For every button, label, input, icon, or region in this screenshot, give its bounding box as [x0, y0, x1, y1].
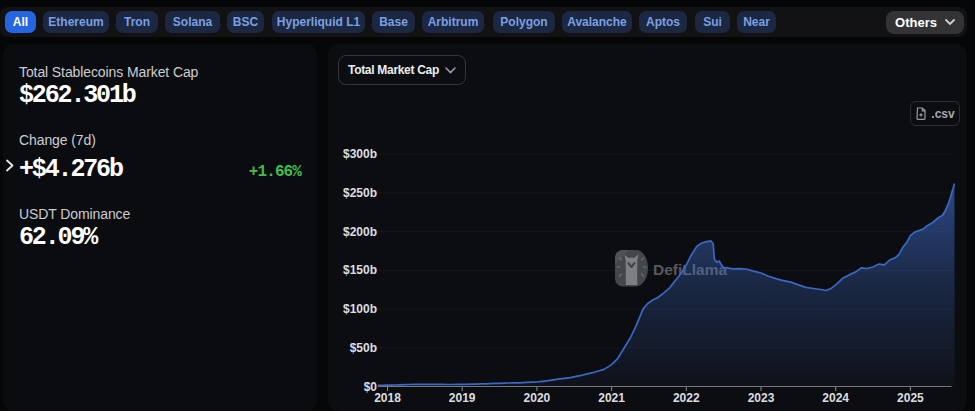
svg-text:2025: 2025: [897, 391, 924, 405]
svg-text:$100b: $100b: [343, 302, 377, 316]
svg-text:$50b: $50b: [350, 341, 377, 355]
svg-text:$150b: $150b: [343, 263, 377, 277]
svg-text:2022: 2022: [673, 391, 700, 405]
svg-text:2018: 2018: [374, 391, 401, 405]
svg-text:2021: 2021: [598, 391, 625, 405]
svg-text:$200b: $200b: [343, 225, 377, 239]
svg-text:2020: 2020: [524, 391, 551, 405]
svg-text:2024: 2024: [822, 391, 849, 405]
svg-text:2023: 2023: [748, 391, 775, 405]
svg-text:$250b: $250b: [343, 186, 377, 200]
svg-text:2019: 2019: [449, 391, 476, 405]
svg-text:$300b: $300b: [343, 147, 377, 161]
